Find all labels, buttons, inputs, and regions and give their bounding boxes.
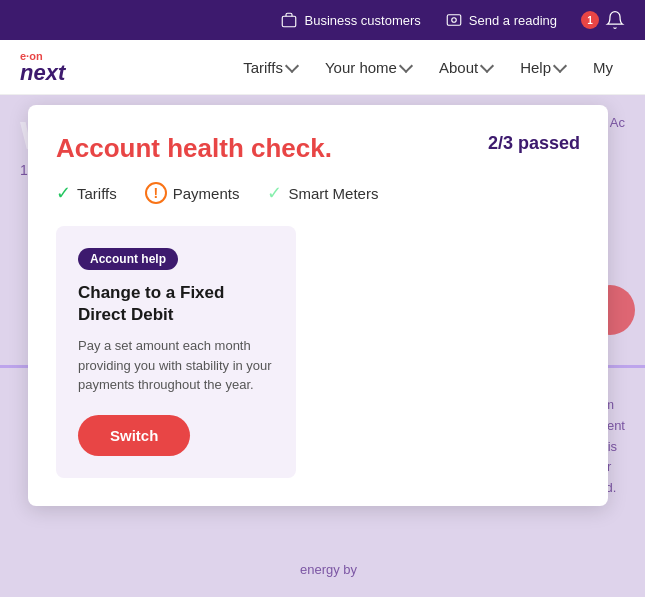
modal-header: Account health check. 2/3 passed: [56, 133, 580, 164]
utility-bar: Business customers Send a reading 1: [0, 0, 645, 40]
bell-icon: [605, 10, 625, 30]
card-description: Pay a set amount each month providing yo…: [78, 336, 274, 395]
modal-title: Account health check.: [56, 133, 332, 164]
smart-meters-check-icon: ✓: [267, 182, 282, 204]
health-items: ✓ Tariffs ! Payments ✓ Smart Meters: [56, 182, 580, 204]
tariffs-health-label: Tariffs: [77, 185, 117, 202]
svg-rect-1: [447, 15, 461, 26]
send-reading-link[interactable]: Send a reading: [445, 11, 557, 29]
health-item-smart-meters: ✓ Smart Meters: [267, 182, 378, 204]
account-health-modal: Account health check. 2/3 passed ✓ Tarif…: [28, 105, 608, 506]
logo[interactable]: e·on next: [20, 51, 65, 84]
payments-health-label: Payments: [173, 185, 240, 202]
notification-badge: 1: [581, 11, 599, 29]
about-chevron-icon: [480, 58, 494, 72]
payments-warn-icon: !: [145, 182, 167, 204]
health-item-tariffs: ✓ Tariffs: [56, 182, 117, 204]
nav-tariffs[interactable]: Tariffs: [231, 51, 309, 84]
your-home-chevron-icon: [399, 58, 413, 72]
send-reading-label: Send a reading: [469, 13, 557, 28]
card-tag: Account help: [78, 248, 178, 270]
nav-help[interactable]: Help: [508, 51, 577, 84]
business-customers-link[interactable]: Business customers: [280, 11, 420, 29]
card-title: Change to a Fixed Direct Debit: [78, 282, 274, 326]
nav-my[interactable]: My: [581, 51, 625, 84]
page-background: We 192 G Ac t paym payment ment is s aft…: [0, 95, 645, 597]
nav-your-home[interactable]: Your home: [313, 51, 423, 84]
meter-icon: [445, 11, 463, 29]
tariffs-check-icon: ✓: [56, 182, 71, 204]
briefcase-icon: [280, 11, 298, 29]
svg-rect-0: [283, 16, 297, 27]
switch-button[interactable]: Switch: [78, 415, 190, 456]
nav-about[interactable]: About: [427, 51, 504, 84]
help-chevron-icon: [553, 58, 567, 72]
business-customers-label: Business customers: [304, 13, 420, 28]
tariffs-chevron-icon: [285, 58, 299, 72]
svg-point-2: [452, 18, 457, 23]
smart-meters-health-label: Smart Meters: [288, 185, 378, 202]
health-item-payments: ! Payments: [145, 182, 240, 204]
logo-next: next: [20, 62, 65, 84]
passed-badge: 2/3 passed: [488, 133, 580, 154]
main-nav: e·on next Tariffs Your home About Help M…: [0, 40, 645, 95]
notifications-link[interactable]: 1: [581, 10, 625, 30]
account-help-card: Account help Change to a Fixed Direct De…: [56, 226, 296, 478]
nav-items: Tariffs Your home About Help My: [231, 51, 625, 84]
